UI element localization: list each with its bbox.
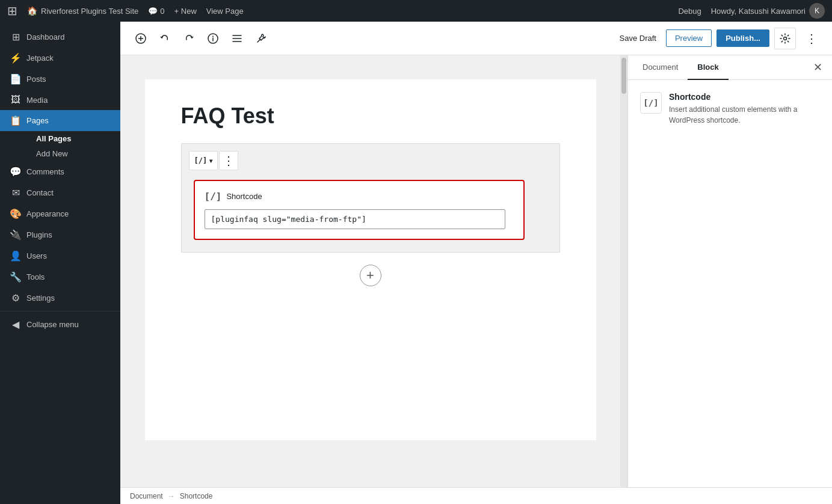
block-toolbar-icon: [/] <box>194 156 208 165</box>
shortcode-input[interactable] <box>205 209 505 229</box>
sidebar-item-collapse[interactable]: ◀ Collapse menu <box>0 314 120 335</box>
avatar: K <box>809 3 825 19</box>
sidebar-pages-submenu: All Pages Add New <box>0 131 120 161</box>
block-wrapper: [/] ▾ ⋮ [/] Shortcode <box>181 143 560 253</box>
home-icon: 🏠 <box>27 6 37 16</box>
list-view-button[interactable] <box>226 28 248 49</box>
add-block-circle-button[interactable]: + <box>360 265 381 286</box>
sidebar-item-posts[interactable]: 📄 Posts <box>0 69 120 90</box>
panel-block-type: [/] Shortcode Insert additional custom e… <box>640 92 820 126</box>
view-page-link[interactable]: View Page <box>206 7 244 16</box>
panel-content: [/] Shortcode Insert additional custom e… <box>628 80 832 487</box>
panel-block-info: Shortcode Insert additional custom eleme… <box>669 92 820 126</box>
media-icon: 🖼 <box>10 94 22 105</box>
toolbar-right: Save Draft Preview Publish... ⋮ <box>615 28 822 49</box>
shortcode-block: [/] Shortcode <box>194 180 525 240</box>
footer-shortcode-link[interactable]: Shortcode <box>180 492 213 500</box>
footer-separator: → <box>168 492 175 500</box>
shortcode-block-label: Shortcode <box>226 192 262 201</box>
canvas-container: FAQ Test [/] ▾ ⋮ <box>120 55 627 487</box>
settings-nav-icon: ⚙ <box>10 292 22 304</box>
users-icon: 👤 <box>10 250 22 262</box>
sidebar-item-plugins[interactable]: 🔌 Plugins <box>0 224 120 245</box>
block-more-button[interactable]: ⋮ <box>219 151 238 170</box>
sidebar-subitem-add-new[interactable]: Add New <box>29 146 120 161</box>
svg-point-5 <box>212 35 214 37</box>
panel-close-button[interactable]: ✕ <box>809 56 827 79</box>
dashboard-icon: ⊞ <box>10 31 22 43</box>
contact-icon: ✉ <box>10 187 22 198</box>
block-type-chevron: ▾ <box>209 158 212 164</box>
site-name[interactable]: 🏠 Riverforest Plugins Test Site <box>27 6 138 16</box>
sidebar-item-media[interactable]: 🖼 Media <box>0 90 120 110</box>
editor-footer: Document → Shortcode <box>120 487 832 504</box>
undo-button[interactable] <box>154 28 176 49</box>
sidebar-divider <box>0 311 120 312</box>
svg-point-9 <box>784 37 787 40</box>
main-layout: ⊞ Dashboard ⚡ Jetpack 📄 Posts 🖼 Media 📋 … <box>0 22 832 504</box>
editor-toolbar: Save Draft Preview Publish... ⋮ <box>120 22 832 55</box>
jetpack-icon: ⚡ <box>10 52 22 64</box>
active-arrow: ▶ <box>113 115 120 126</box>
info-button[interactable] <box>202 28 224 49</box>
editor-page: FAQ Test [/] ▾ ⋮ <box>145 79 596 440</box>
save-draft-button[interactable]: Save Draft <box>615 30 661 46</box>
add-block-area: + <box>181 265 560 286</box>
appearance-icon: 🎨 <box>10 208 22 220</box>
pages-icon: 📋 <box>10 115 22 126</box>
tools-button[interactable] <box>250 28 272 49</box>
comments-nav-icon: 💬 <box>10 166 22 177</box>
add-block-button[interactable] <box>130 28 152 49</box>
sidebar-item-appearance[interactable]: 🎨 Appearance <box>0 203 120 224</box>
shortcode-block-icon: [/] <box>205 191 222 202</box>
block-toolbar: [/] ▾ ⋮ <box>189 151 543 170</box>
howdy-menu[interactable]: Howdy, Katsushi Kawamori K <box>711 3 825 19</box>
tab-block[interactable]: Block <box>688 55 728 80</box>
admin-bar-right: Debug Howdy, Katsushi Kawamori K <box>678 3 825 19</box>
editor-area: Save Draft Preview Publish... ⋮ <box>120 22 832 504</box>
tools-icon: 🔧 <box>10 271 22 283</box>
block-type-button[interactable]: [/] ▾ <box>189 151 218 170</box>
sidebar-item-pages[interactable]: 📋 Pages ▶ <box>0 110 120 131</box>
canvas-scrollbar[interactable] <box>620 55 627 487</box>
sidebar-subitem-all-pages[interactable]: All Pages <box>29 131 120 146</box>
comment-icon: 💬 <box>148 7 158 16</box>
right-panel: Document Block ✕ [/] Shor <box>627 55 832 487</box>
canvas-scrollbar-thumb <box>621 58 626 94</box>
publish-button[interactable]: Publish... <box>716 29 769 47</box>
editor-body: FAQ Test [/] ▾ ⋮ <box>120 55 832 487</box>
sidebar-item-users[interactable]: 👤 Users <box>0 245 120 266</box>
wp-logo: ⊞ <box>7 5 17 17</box>
debug-link[interactable]: Debug <box>678 7 701 16</box>
sidebar-item-tools[interactable]: 🔧 Tools <box>0 266 120 287</box>
panel-block-icon: [/] <box>640 92 662 114</box>
preview-button[interactable]: Preview <box>666 29 712 47</box>
redo-button[interactable] <box>178 28 200 49</box>
panel-block-name: Shortcode <box>669 92 820 102</box>
more-options-button[interactable]: ⋮ <box>801 28 822 49</box>
sidebar-item-settings[interactable]: ⚙ Settings <box>0 287 120 309</box>
sidebar-item-contact[interactable]: ✉ Contact <box>0 182 120 203</box>
collapse-icon: ◀ <box>10 319 22 330</box>
settings-button[interactable] <box>774 28 796 49</box>
posts-icon: 📄 <box>10 73 22 85</box>
plugins-icon: 🔌 <box>10 229 22 241</box>
new-link[interactable]: + New <box>174 7 197 16</box>
editor-canvas: FAQ Test [/] ▾ ⋮ <box>120 55 620 487</box>
panel-block-description: Insert additional custom elements with a… <box>669 104 820 126</box>
footer-document-link[interactable]: Document <box>130 492 163 500</box>
admin-bar: ⊞ 🏠 Riverforest Plugins Test Site 💬 0 + … <box>0 0 832 22</box>
tab-document[interactable]: Document <box>633 55 688 80</box>
post-title[interactable]: FAQ Test <box>181 103 560 129</box>
comments-link[interactable]: 💬 0 <box>148 7 164 16</box>
sidebar-item-jetpack[interactable]: ⚡ Jetpack <box>0 48 120 69</box>
sidebar: ⊞ Dashboard ⚡ Jetpack 📄 Posts 🖼 Media 📋 … <box>0 22 120 504</box>
shortcode-block-header: [/] Shortcode <box>205 191 514 202</box>
sidebar-item-dashboard[interactable]: ⊞ Dashboard <box>0 26 120 48</box>
panel-tabs: Document Block ✕ <box>628 55 832 80</box>
sidebar-item-comments[interactable]: 💬 Comments <box>0 161 120 182</box>
